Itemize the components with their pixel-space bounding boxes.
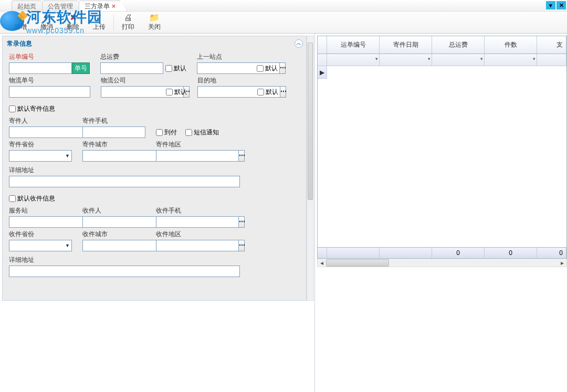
grid-footer-extra: 0 [537, 248, 566, 258]
tabs-strip: 起始页 公告管理 三方录单× ▾ ✕ [0, 0, 567, 12]
receiver-phone-lookup-button[interactable]: ⋯ [238, 216, 245, 228]
chevron-down-icon: ▼ [65, 153, 70, 158]
generate-no-button[interactable]: 单号 [72, 62, 90, 74]
sender-addr-input[interactable] [9, 176, 240, 187]
receiver-area-lookup-button[interactable]: ⋯ [238, 240, 245, 251]
toolbar-separator [113, 15, 114, 30]
default-receiver-label: 默认收件信息 [17, 194, 55, 203]
sender-city-label: 寄件城市 [82, 140, 145, 149]
window-close-button[interactable]: ✕ [556, 1, 566, 9]
grid-filter-extra[interactable] [537, 54, 566, 66]
undo-button[interactable]: ↶撤消 [34, 12, 60, 33]
grid-header-waybill[interactable]: 运单编号 [327, 36, 380, 54]
tab-third-party-entry[interactable]: 三方录单× [79, 1, 127, 11]
receiver-addr-input[interactable] [9, 266, 240, 277]
total-fee-input[interactable] [100, 62, 163, 74]
logistics-co-label: 物流公司 [101, 76, 187, 85]
grid-header-count[interactable]: 件数 [485, 36, 537, 54]
logistics-no-input[interactable] [9, 86, 90, 98]
default-sender-checkbox[interactable] [9, 105, 16, 112]
sender-area-input[interactable] [156, 150, 238, 162]
service-station-input[interactable] [9, 216, 91, 228]
logistics-co-default-checkbox[interactable] [166, 89, 173, 96]
grid-header-indicator [318, 36, 327, 54]
scroll-right-icon[interactable]: ▸ [558, 259, 566, 267]
plus-icon: ✚ [17, 13, 24, 23]
sender-input[interactable] [9, 126, 91, 138]
filter-chevron-icon: ▾ [533, 56, 536, 61]
grid-footer-waybill [327, 248, 380, 258]
grid-filter-waybill[interactable]: ▾ [327, 54, 380, 66]
sender-label: 寄件人 [9, 116, 72, 125]
delete-button[interactable]: ✖删除 [60, 12, 86, 33]
form-scroll-area: 常录信息 ︽ 运单编号 单号 总运费 默认 [0, 34, 315, 392]
toolbar: ✚新增 ↶撤消 ✖删除 ⤴上传 🖨打印 📁关闭 [0, 12, 567, 34]
sms-notify-checkbox[interactable] [185, 129, 192, 136]
receiver-area-input[interactable] [156, 240, 238, 251]
sender-phone-input[interactable] [82, 126, 145, 138]
waybill-no-label: 运单编号 [9, 52, 90, 61]
receiver-phone-input[interactable] [156, 216, 238, 228]
default-receiver-checkbox[interactable] [9, 195, 16, 202]
tab-close-icon[interactable]: × [112, 3, 116, 10]
tab-start[interactable]: 起始页 [12, 1, 47, 11]
grid-header-fee[interactable]: 总运费 [432, 36, 485, 54]
prev-site-lookup-button[interactable]: ⋯ [279, 62, 286, 74]
grid-pane: 运单编号 寄件日期 总运费 件数 支 ▾ ▾ ▾ ▾ ▶ 0 [315, 34, 567, 392]
panel-title: 常录信息 [3, 36, 306, 50]
collapse-toggle[interactable]: ︽ [295, 39, 303, 48]
receiver-prov-label: 收件省份 [9, 230, 72, 239]
grid-filter-fee[interactable]: ▾ [432, 54, 485, 66]
sender-prov-combo[interactable]: ▼ [9, 150, 72, 162]
receiver-input[interactable] [82, 216, 165, 228]
grid-filter-count[interactable]: ▾ [485, 54, 537, 66]
grid-header: 运单编号 寄件日期 总运费 件数 支 [318, 36, 566, 54]
data-grid: 运单编号 寄件日期 总运费 件数 支 ▾ ▾ ▾ ▾ ▶ 0 [317, 36, 567, 259]
scrollbar-thumb[interactable] [308, 43, 313, 200]
receiver-area-label: 收件地区 [156, 230, 219, 239]
receiver-city-input[interactable] [82, 240, 165, 251]
filter-chevron-icon: ▾ [428, 56, 430, 61]
grid-footer-fee: 0 [432, 248, 485, 258]
receiver-addr-label: 详细地址 [9, 256, 300, 264]
receiver-prov-combo[interactable]: ▼ [9, 240, 72, 251]
new-button[interactable]: ✚新增 [7, 12, 34, 33]
scroll-thumb[interactable] [326, 259, 389, 267]
grid-footer-date [380, 248, 432, 258]
sender-addr-label: 详细地址 [9, 166, 300, 175]
logistics-no-label: 物流单号 [9, 76, 90, 85]
sender-city-input[interactable] [82, 150, 165, 162]
destination-label: 目的地 [197, 76, 278, 85]
destination-default-checkbox[interactable] [257, 89, 264, 96]
sender-phone-label: 寄件手机 [82, 116, 145, 125]
grid-header-date[interactable]: 寄件日期 [380, 36, 432, 54]
grid-filter-date[interactable]: ▾ [380, 54, 432, 66]
form-panel: 常录信息 ︽ 运单编号 单号 总运费 默认 [2, 36, 307, 301]
print-button[interactable]: 🖨打印 [115, 12, 141, 33]
total-fee-default-checkbox[interactable] [165, 65, 172, 72]
chevron-down-icon: ▼ [65, 243, 70, 248]
destination-lookup-button[interactable]: ⋯ [280, 86, 286, 98]
upload-button[interactable]: ⤴上传 [86, 12, 112, 33]
window-minimize-button[interactable]: ▾ [546, 1, 555, 9]
scroll-track[interactable] [326, 259, 558, 267]
grid-body[interactable]: ▶ [318, 66, 566, 247]
tab-notice[interactable]: 公告管理 [42, 1, 84, 11]
close-button[interactable]: 📁关闭 [141, 12, 167, 33]
grid-hscrollbar[interactable]: ◂ ▸ [317, 259, 567, 267]
cod-checkbox[interactable] [156, 129, 163, 136]
grid-header-extra[interactable]: 支 [537, 36, 566, 54]
waybill-no-input[interactable] [9, 62, 72, 74]
grid-filter-row: ▾ ▾ ▾ ▾ [318, 54, 566, 66]
total-fee-label: 总运费 [100, 52, 186, 61]
sender-area-lookup-button[interactable]: ⋯ [238, 150, 245, 162]
grid-row-indicator: ▶ [318, 66, 327, 79]
prev-site-default-checkbox[interactable] [257, 65, 264, 72]
form-scrollbar[interactable] [307, 36, 314, 301]
grid-footer-indicator [318, 248, 327, 258]
service-station-label: 服务站 [9, 206, 72, 215]
receiver-label: 收件人 [82, 206, 145, 215]
receiver-city-label: 收件城市 [82, 230, 145, 239]
undo-icon: ↶ [44, 13, 50, 23]
scroll-left-icon[interactable]: ◂ [318, 259, 326, 267]
